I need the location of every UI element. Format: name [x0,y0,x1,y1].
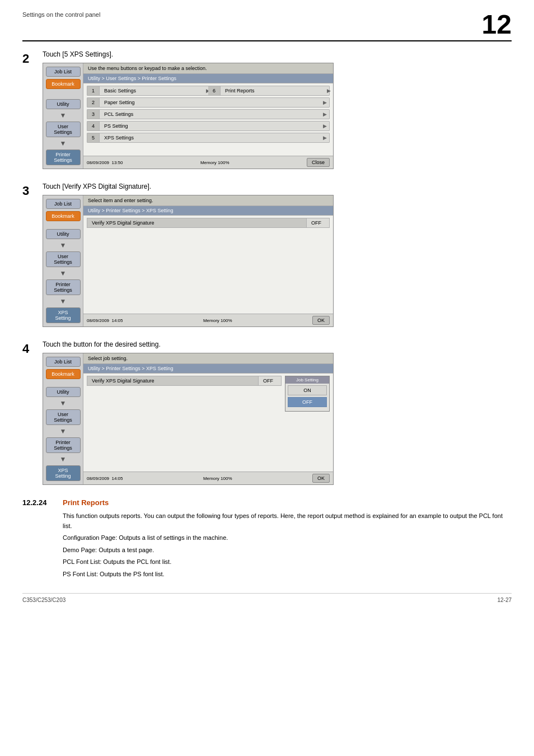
popup-off-button[interactable]: OFF [288,397,327,407]
sidebar-bookmark-3[interactable]: Bookmark [46,369,81,379]
sidebar-printersettings-2[interactable]: Printer Settings [46,279,81,295]
section-para-3: PCL Font List: Outputs the PCL font list… [63,557,512,567]
printer-screen-2: Job List Bookmark Utility ▼ User Setting… [43,195,334,327]
arrow-1b: ▼ [60,139,67,147]
menu-label-6: Print Reports [221,86,325,95]
screen-2-sidebar: Job List Bookmark Utility ▼ User Setting… [43,195,83,326]
sidebar-utility-2[interactable]: Utility [46,229,81,239]
section-number: 12.2.24 [22,498,58,507]
arrow-3c: ▼ [60,455,67,463]
step-4-instruction: Touch the button for the desired setting… [43,340,512,348]
footer-1-mem: Memory 100% [200,160,229,165]
setting-row-2[interactable]: Verify XPS Digital Signature OFF [87,218,330,228]
menu-label-2: Paper Setting [100,98,321,107]
screen-3-topmsg: Select job setting. [83,353,333,364]
footer-1-datetime: 08/09/2009 13:50 [87,160,123,165]
menu-arrow-3: ▶ [321,110,329,119]
menu-label-3: PCL Settings [100,110,321,119]
sidebar-bookmark-1[interactable]: Bookmark [46,79,81,89]
step-2-panel: Job List Bookmark Utility ▼ User Setting… [43,63,512,169]
section-body: This function outputs reports. You can o… [63,511,512,580]
step-4-panel: Job List Bookmark Utility ▼ User Setting… [43,353,512,485]
sidebar-bookmark-2[interactable]: Bookmark [46,211,81,221]
screen-1-sidebar: Job List Bookmark Utility ▼ User Setting… [43,63,83,169]
menu-row-1[interactable]: 1 Basic Settings ▶ 6 Print Reports ▶ [87,86,330,96]
menu-row-3[interactable]: 3 PCL Settings ▶ [87,109,330,119]
menu-row-2[interactable]: 2 Paper Setting ▶ [87,97,330,108]
screen-2-main: Select item and enter setting. Utility >… [83,195,333,326]
sidebar-usersettings-1[interactable]: User Settings [46,122,81,137]
section-para-0: This function outputs reports. You can o… [63,511,512,531]
menu-label-5: XPS Settings [100,133,321,142]
screen-3-ok-button[interactable]: OK [312,474,330,483]
popup-on-button[interactable]: ON [288,385,327,395]
section-title: Print Reports [63,498,109,507]
menu-label-4: PS Setting [100,122,321,130]
screen-1-footer: 08/09/2009 13:50 Memory 100% Close [83,156,333,169]
sidebar-joblist-3[interactable]: Job List [46,357,81,367]
sidebar-usersettings-3[interactable]: User Settings [46,409,81,425]
menu-row-5[interactable]: 5 XPS Settings ▶ [87,133,330,143]
screen-3-content-row: Verify XPS Digital Signature OFF Job Set… [87,376,330,412]
sidebar-xpssetting-3[interactable]: XPS Setting [46,465,81,481]
header-text: Settings on the control panel [22,11,100,18]
sidebar-xpssetting-2[interactable]: XPS Setting [46,307,81,323]
sidebar-job-list-1[interactable]: Job List [46,67,81,77]
arrow-2b: ▼ [60,269,67,277]
setting-row-3[interactable]: Verify XPS Digital Signature OFF [87,376,282,386]
sidebar-usersettings-2[interactable]: User Settings [46,251,81,267]
menu-arrow-5: ▶ [321,133,329,142]
sidebar-printersettings-3[interactable]: Printer Settings [46,437,81,453]
arrow-3a: ▼ [60,399,67,407]
screen-3-breadcrumb: Utility > Printer Settings > XPS Setting [83,364,333,374]
setting-label-3: Verify XPS Digital Signature [87,376,259,385]
menu-num-3: 3 [87,110,100,119]
menu-arrow-4: ▶ [321,122,329,130]
popup-header: Job Setting [285,376,329,384]
footer-2-datetime: 08/09/2009 14:05 [87,318,123,323]
menu-num-6: 6 [208,86,221,95]
section-header: 12.2.24 Print Reports [22,498,512,507]
menu-row-4[interactable]: 4 PS Setting ▶ [87,121,330,131]
step-4-content: Touch the button for the desired setting… [43,340,512,485]
step-2-block: 2 Touch [5 XPS Settings]. Job List Bookm… [22,50,512,169]
menu-arrow-2: ▶ [321,98,329,107]
page-number: 12 [482,11,512,38]
screen-3-main: Select job setting. Utility > Printer Se… [83,353,333,484]
screen-2-footer: 08/09/2009 14:05 Memory 100% OK [83,314,333,326]
step-4-number: 4 [22,340,36,485]
footer-3-datetime: 08/09/2009 14:05 [87,476,123,481]
setting-value-2: OFF [307,218,329,227]
screen-2-ok-button[interactable]: OK [312,316,330,325]
printer-screen-3: Job List Bookmark Utility ▼ User Setting… [43,353,334,485]
page-header: Settings on the control panel 12 [22,11,512,41]
screen-1-close-button[interactable]: Close [307,158,330,167]
sidebar-utility-1[interactable]: Utility [46,99,81,109]
screen-1-topmsg: Use the menu buttons or keypad to make a… [83,63,333,74]
step-3-number: 3 [22,183,36,327]
sidebar-utility-3[interactable]: Utility [46,387,81,397]
setting-value-3: OFF [259,376,281,385]
screen-3-content: Verify XPS Digital Signature OFF Job Set… [83,374,333,472]
page-footer: C353/C253/C203 12-27 [22,593,512,603]
step-2-number: 2 [22,50,36,169]
screen-2-content: Verify XPS Digital Signature OFF [83,216,333,314]
footer-left: C353/C253/C203 [22,597,65,603]
screen-1-breadcrumb: Utility > User Settings > Printer Settin… [83,74,333,83]
step-2-instruction: Touch [5 XPS Settings]. [43,50,512,58]
footer-3-mem: Memory 100% [203,476,232,481]
arrow-1a: ▼ [60,111,67,119]
sidebar-printersettings-1[interactable]: Printer Settings [46,150,81,165]
printer-screen-1: Job List Bookmark Utility ▼ User Setting… [43,63,334,169]
screen-2-topmsg: Select item and enter setting. [83,195,333,206]
section-12-2-24: 12.2.24 Print Reports This function outp… [22,498,512,580]
step-3-panel: Job List Bookmark Utility ▼ User Setting… [43,195,512,327]
step-4-block: 4 Touch the button for the desired setti… [22,340,512,485]
menu-arrow-6: ▶ [325,86,329,95]
footer-2-mem: Memory 100% [203,318,232,323]
step-3-content: Touch [Verify XPS Digital Signature]. Jo… [43,183,512,327]
sidebar-joblist-2[interactable]: Job List [46,199,81,209]
menu-num-4: 4 [87,122,100,130]
menu-num-1: 1 [87,86,100,95]
step-3-instruction: Touch [Verify XPS Digital Signature]. [43,183,512,190]
